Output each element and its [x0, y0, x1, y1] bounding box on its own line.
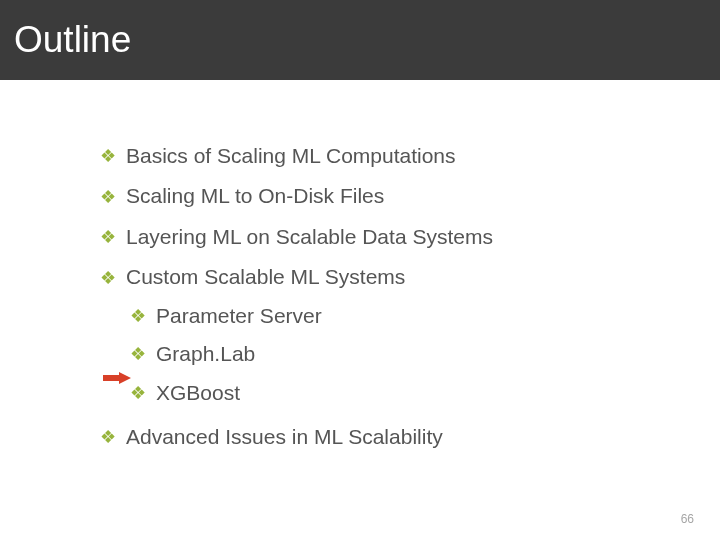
bullet-icon: ❖ [100, 188, 116, 206]
outline-subitem: ❖ Graph.Lab [130, 335, 630, 373]
slide-title: Outline [14, 19, 131, 61]
outline-text: Basics of Scaling ML Computations [126, 141, 456, 171]
outline-item: ❖ Basics of Scaling ML Computations [100, 136, 630, 176]
outline-item: ❖ Layering ML on Scalable Data Systems [100, 217, 630, 257]
bullet-icon: ❖ [100, 147, 116, 165]
outline-item: ❖ Advanced Issues in ML Scalability [100, 417, 630, 457]
bullet-icon: ❖ [100, 228, 116, 246]
outline-text: Advanced Issues in ML Scalability [126, 422, 443, 452]
outline-subtext: Graph.Lab [156, 339, 255, 369]
outline-subtext: Parameter Server [156, 301, 322, 331]
outline-sublist: ❖ Parameter Server ❖ Graph.Lab ❖ XGBoost [100, 297, 630, 412]
outline-list: ❖ Basics of Scaling ML Computations ❖ Sc… [100, 136, 630, 458]
bullet-icon: ❖ [130, 345, 146, 363]
outline-subtext: XGBoost [156, 378, 240, 408]
svg-marker-0 [103, 372, 131, 384]
bullet-icon: ❖ [100, 269, 116, 287]
outline-subitem: ❖ XGBoost [130, 374, 630, 412]
outline-text: Custom Scalable ML Systems [126, 262, 405, 292]
outline-item: ❖ Scaling ML to On-Disk Files [100, 176, 630, 216]
highlight-arrow-icon [103, 372, 131, 384]
outline-subitem: ❖ Parameter Server [130, 297, 630, 335]
outline-item: ❖ Custom Scalable ML Systems ❖ Parameter… [100, 257, 630, 417]
slide-body: ❖ Basics of Scaling ML Computations ❖ Sc… [0, 80, 720, 458]
outline-text: Scaling ML to On-Disk Files [126, 181, 384, 211]
page-number: 66 [681, 512, 694, 526]
bullet-icon: ❖ [130, 307, 146, 325]
bullet-icon: ❖ [100, 428, 116, 446]
bullet-icon: ❖ [130, 384, 146, 402]
slide-header: Outline [0, 0, 720, 80]
outline-text: Layering ML on Scalable Data Systems [126, 222, 493, 252]
